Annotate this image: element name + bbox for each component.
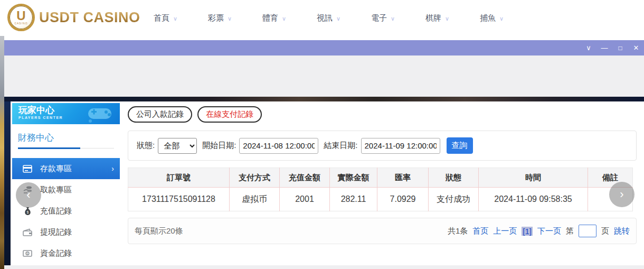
window-dropdown-icon[interactable]: ∨ <box>581 40 596 55</box>
nav-item-live[interactable]: 視訊 ∨ <box>301 13 356 23</box>
cell-payment-method: 虚拟币 <box>230 188 280 211</box>
pagination-bar: 每頁顯示20條 共1条 首页 上一页 [1] 下一页 第 页 跳转 <box>128 218 637 244</box>
nav-item-slots[interactable]: 電子 ∨ <box>356 13 410 23</box>
sidebar-item-deposit[interactable]: 存款專區 › <box>12 158 120 179</box>
col-status: 狀態 <box>429 168 479 188</box>
filter-bar: 狀態: 全部 開始日期: 結束日期: 查詢 <box>128 131 637 161</box>
chevron-down-icon: ∨ <box>391 15 395 22</box>
gamepad-icon <box>85 105 115 123</box>
sidebar-item-label: 充值記錄 <box>40 206 72 216</box>
total-count-text: 共1条 <box>448 226 468 236</box>
table-header-row: 訂單號 支付方式 充值金額 實際金額 匯率 狀態 時間 備註 <box>128 168 633 188</box>
jump-prefix-label: 第 <box>566 226 574 236</box>
cell-exchange-rate: 7.0929 <box>377 188 429 211</box>
sidebar-item-label: 提現記錄 <box>40 227 72 237</box>
window-maximize-icon[interactable]: □ <box>612 40 628 55</box>
col-payment-method: 支付方式 <box>230 168 280 188</box>
col-recharge-amount: 充值金額 <box>280 168 330 188</box>
overlay-window: ∨ — □ ✕ 玩家中心 PLAYERS CENTER 財務中心 <box>4 40 644 269</box>
brand-name: USDT CASINO <box>39 10 140 26</box>
sidebar-item-funds-records[interactable]: $ 資金記錄 <box>11 243 121 264</box>
svg-text:$: $ <box>26 210 29 214</box>
page-background-strip <box>0 36 4 269</box>
sidebar-item-label: 取款專區 <box>40 185 72 195</box>
col-order-number: 訂單號 <box>128 168 230 188</box>
nav-label: 體育 <box>262 13 278 23</box>
chevron-down-icon: ∨ <box>445 15 449 22</box>
sidebar-header: 玩家中心 PLAYERS CENTER <box>12 103 120 124</box>
logo-letter: U <box>16 10 25 22</box>
chevron-down-icon: ∨ <box>336 15 340 22</box>
status-label: 狀態: <box>137 141 155 151</box>
sidebar-item-label: 存款專區 <box>40 164 72 174</box>
sidebar-item-label: 資金記錄 <box>40 248 72 258</box>
chevron-right-icon: › <box>111 164 114 173</box>
carousel-next-button[interactable]: › <box>609 182 634 207</box>
record-tabs: 公司入款記錄 在線支付記錄 <box>121 101 644 123</box>
next-page-link[interactable]: 下一页 <box>537 226 561 236</box>
col-exchange-rate: 匯率 <box>377 168 429 188</box>
chevron-down-icon: ∨ <box>282 15 286 22</box>
cell-actual-amount: 282.11 <box>330 188 377 211</box>
records-main-panel: 公司入款記錄 在線支付記錄 狀態: 全部 開始日期: 結束日期: 查詢 <box>121 101 644 265</box>
nav-label: 視訊 <box>317 13 333 23</box>
payment-records-table: 訂單號 支付方式 充值金額 實際金額 匯率 狀態 時間 備註 173111751… <box>128 168 633 211</box>
jump-suffix-label: 页 <box>601 226 609 236</box>
banner-dark-band <box>4 97 644 101</box>
end-date-label: 結束日期: <box>324 141 357 151</box>
nav-label: 棋牌 <box>425 13 441 23</box>
deposit-card-icon <box>22 163 33 174</box>
start-date-input[interactable] <box>239 138 318 154</box>
cell-recharge-amount: 2001 <box>280 188 330 211</box>
sidebar-menu: 存款專區 › 取款專區 $ 充值記錄 <box>11 158 121 264</box>
brand-logo[interactable]: U CASINO USDT CASINO <box>7 4 140 31</box>
table-row: 1731117515091128 虚拟币 2001 282.11 7.0929 … <box>128 188 633 211</box>
cell-order-number: 1731117515091128 <box>128 188 230 211</box>
end-date-input[interactable] <box>361 138 440 154</box>
page-size-text: 每頁顯示20條 <box>135 226 183 236</box>
nav-item-home[interactable]: 首頁 ∨ <box>138 13 193 23</box>
tab-company-deposit-records[interactable]: 公司入款記錄 <box>128 106 192 123</box>
cell-time: 2024-11-09 09:58:35 <box>479 188 588 211</box>
content-area: 玩家中心 PLAYERS CENTER 財務中心 存款專區 <box>4 101 644 265</box>
current-page-indicator: [1] <box>522 227 533 236</box>
first-page-link[interactable]: 首页 <box>472 226 488 236</box>
pagination-controls: 共1条 首页 上一页 [1] 下一页 第 页 跳转 <box>448 225 630 237</box>
window-bottom-strip <box>4 265 644 269</box>
nav-item-fishing[interactable]: 捕魚 ∨ <box>465 13 519 23</box>
nav-label: 彩票 <box>208 13 224 23</box>
nav-item-sports[interactable]: 體育 ∨ <box>247 13 301 23</box>
funds-icon: $ <box>22 248 33 258</box>
carousel-prev-button[interactable]: ‹ <box>16 182 41 208</box>
nav-item-boardgames[interactable]: 棋牌 ∨ <box>410 13 465 23</box>
col-actual-amount: 實際金額 <box>330 168 377 188</box>
nav-label: 捕魚 <box>480 13 496 23</box>
tab-online-payment-records[interactable]: 在線支付記錄 <box>197 106 262 123</box>
status-select[interactable]: 全部 <box>158 138 197 154</box>
main-nav: 首頁 ∨ 彩票 ∨ 體育 ∨ 視訊 ∨ 電子 ∨ 棋牌 ∨ 捕魚 ∨ <box>138 0 519 36</box>
logo-small-text: CASINO <box>14 22 27 25</box>
search-button[interactable]: 查詢 <box>447 137 473 154</box>
window-close-icon[interactable]: ✕ <box>628 40 644 55</box>
site-header: U CASINO USDT CASINO 首頁 ∨ 彩票 ∨ 體育 ∨ 視訊 ∨… <box>0 0 644 36</box>
chevron-down-icon: ∨ <box>499 15 504 22</box>
page-jump-input[interactable] <box>579 225 596 237</box>
nav-label: 首頁 <box>154 13 169 23</box>
window-titlebar: ∨ — □ ✕ <box>4 40 644 55</box>
chevron-down-icon: ∨ <box>228 15 232 22</box>
window-minimize-icon[interactable]: — <box>596 40 612 55</box>
jump-button[interactable]: 跳转 <box>614 226 630 236</box>
nav-label: 電子 <box>371 13 387 23</box>
col-time: 時間 <box>479 168 588 188</box>
cell-status: 支付成功 <box>429 188 479 211</box>
brand-logo-icon: U CASINO <box>7 4 35 31</box>
chevron-down-icon: ∨ <box>173 15 177 22</box>
nav-item-lottery[interactable]: 彩票 ∨ <box>193 13 247 23</box>
wallet-icon <box>22 227 33 237</box>
start-date-label: 開始日期: <box>202 141 236 151</box>
sidebar-item-withdrawal-records[interactable]: 提現記錄 <box>11 221 121 243</box>
prev-page-link[interactable]: 上一页 <box>493 226 517 236</box>
sidebar-section-title: 財務中心 <box>18 132 114 149</box>
